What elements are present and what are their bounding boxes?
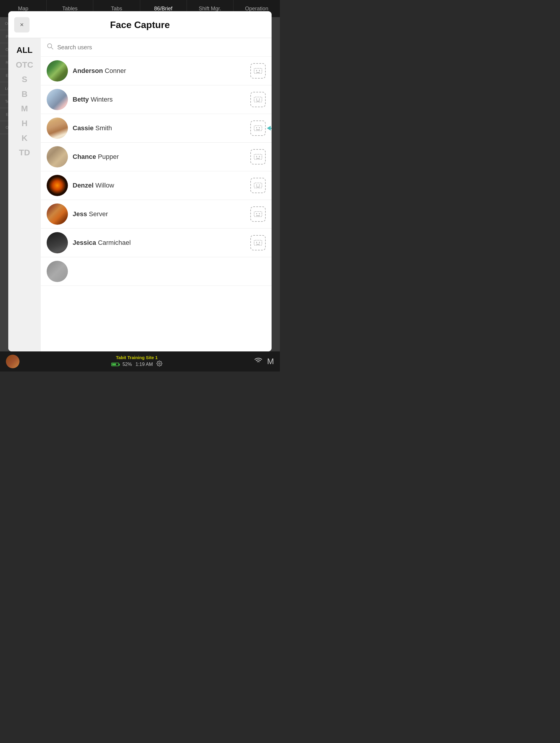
face-capture-btn-chance[interactable]: [250, 149, 266, 165]
status-bar: Tabit Training Site 1 52% 1:19 AM: [0, 351, 280, 372]
svg-point-19: [259, 213, 260, 214]
user-row-partial: [41, 257, 272, 286]
user-row-jess: Jess Server: [41, 200, 272, 228]
face-capture-btn-anderson[interactable]: [250, 63, 266, 79]
svg-point-3: [256, 70, 257, 71]
face-capture-btn-betty[interactable]: [250, 92, 266, 107]
modal-body: ALL OTC S B M H K TD: [8, 38, 272, 351]
avatar-betty: [47, 89, 68, 110]
svg-point-9: [256, 127, 257, 128]
svg-line-1: [51, 47, 53, 49]
modal-header: × Face Capture: [8, 11, 272, 38]
sidebar-filter-all[interactable]: ALL: [11, 44, 38, 56]
site-name: Tabit Training Site 1: [24, 355, 249, 360]
sidebar-filter-otc[interactable]: OTC: [11, 59, 38, 71]
avatar-cassie: [47, 118, 68, 139]
battery-icon: [111, 363, 119, 366]
face-capture-btn-cassie[interactable]: [250, 121, 266, 136]
user-row-jessica: Jessica Carmichael: [41, 228, 272, 257]
avatar-jessica: [47, 232, 68, 253]
status-info: 52% 1:19 AM: [24, 360, 249, 368]
user-row-denzel: Denzel Willow: [41, 171, 272, 200]
sidebar-filter-b[interactable]: B: [11, 88, 38, 100]
modal-title: Face Capture: [30, 19, 250, 31]
sidebar-filter-h[interactable]: H: [11, 117, 38, 130]
user-name-jess: Jess Server: [73, 210, 246, 218]
user-row-cassie: Cassie Smith: [41, 114, 272, 143]
svg-point-10: [259, 127, 260, 128]
user-name-jessica: Jessica Carmichael: [73, 239, 246, 247]
user-name-denzel: Denzel Willow: [73, 182, 246, 189]
svg-point-4: [259, 70, 260, 71]
settings-icon[interactable]: [156, 360, 162, 368]
avatar-jess: [47, 204, 68, 225]
svg-point-0: [48, 44, 52, 48]
status-center: Tabit Training Site 1 52% 1:19 AM: [24, 355, 249, 368]
filter-sidebar: ALL OTC S B M H K TD: [8, 38, 41, 351]
face-capture-btn-jessica[interactable]: [250, 235, 266, 251]
svg-point-13: [259, 156, 260, 157]
svg-point-18: [256, 213, 257, 214]
avatar-denzel: [47, 175, 68, 196]
status-avatar: [6, 355, 19, 368]
battery-percentage: 52%: [123, 362, 132, 367]
user-name-chance: Chance Pupper: [73, 153, 246, 161]
svg-point-21: [256, 242, 257, 243]
user-name-betty: Betty Winters: [73, 96, 246, 103]
user-row-anderson: Anderson Conner: [41, 57, 272, 85]
sidebar-filter-k[interactable]: K: [11, 132, 38, 144]
sidebar-filter-m[interactable]: M: [11, 102, 38, 115]
user-list-panel: Anderson Conner Bet: [41, 38, 272, 351]
svg-point-6: [256, 99, 257, 99]
current-time: 1:19 AM: [136, 362, 153, 367]
close-button[interactable]: ×: [14, 17, 30, 33]
search-icon: [47, 43, 54, 52]
avatar-partial: [47, 261, 68, 282]
svg-point-16: [259, 184, 260, 185]
svg-point-12: [256, 156, 257, 157]
svg-point-15: [256, 184, 257, 185]
face-capture-modal: × Face Capture ALL OTC S B M H K TD: [8, 11, 272, 351]
svg-point-23: [158, 363, 160, 364]
face-capture-btn-jess[interactable]: [250, 207, 266, 222]
user-row-betty: Betty Winters: [41, 85, 272, 114]
wifi-icon: [254, 356, 263, 366]
avatar-anderson: [47, 60, 68, 82]
cassie-arrow-indicator: [267, 126, 272, 131]
user-name-anderson: Anderson Conner: [73, 67, 246, 75]
user-list: Anderson Conner Bet: [41, 57, 272, 351]
search-bar: [41, 38, 272, 57]
user-initial: M: [267, 357, 274, 366]
face-capture-btn-denzel[interactable]: [250, 178, 266, 193]
search-input[interactable]: [57, 44, 266, 51]
avatar-chance: [47, 146, 68, 167]
battery-tip: [119, 364, 120, 365]
sidebar-filter-td[interactable]: TD: [11, 146, 38, 159]
user-row-chance: Chance Pupper: [41, 143, 272, 171]
sidebar-filter-s[interactable]: S: [11, 73, 38, 86]
battery-fill: [112, 363, 116, 365]
battery-container: [111, 363, 119, 366]
svg-point-7: [259, 99, 260, 99]
svg-point-22: [259, 242, 260, 243]
user-name-cassie: Cassie Smith: [73, 124, 246, 132]
